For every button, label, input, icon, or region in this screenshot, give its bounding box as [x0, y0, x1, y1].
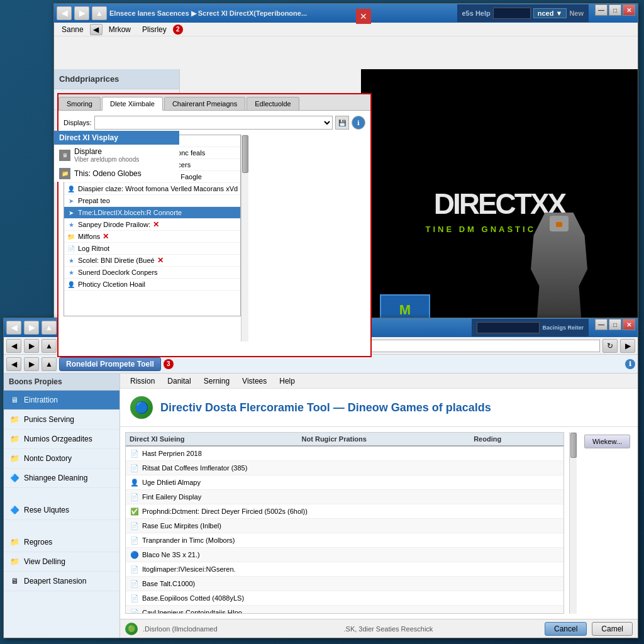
- sidebar-item-deapert[interactable]: 🖥 Deapert Stanesion: [4, 572, 119, 591]
- sidebar-item-regroes[interactable]: 📁 Regroes: [4, 533, 119, 552]
- row-col1-8: Itoglimaper:IVlesicei:NGseren.: [142, 565, 560, 573]
- search-input-top[interactable]: [493, 8, 531, 19]
- list-item-4[interactable]: 👤 Diaspier claze: Wroot fomona Verlled M…: [64, 183, 240, 195]
- monitor-icon-sidebar-2: 🖥: [9, 575, 20, 587]
- tab-dlete[interactable]: Dlete Xiimbale: [102, 97, 163, 111]
- view-btn-area: Wiekew...: [582, 432, 633, 614]
- bottom-nav-back[interactable]: ◀: [6, 339, 21, 353]
- table-row-7[interactable]: 🔵 Blaco Ne 3S x 21.): [126, 548, 564, 562]
- bottom-window: ◀ ▶ ▲ Exerente bvideer ▶ 1 Boolit ▶ ▶ Si…: [3, 318, 638, 638]
- table-row-9[interactable]: 📄 Base Talt.C1000): [126, 577, 564, 591]
- bottom-nav-up[interactable]: ▲: [42, 339, 57, 353]
- menu-danital[interactable]: Danital: [162, 375, 196, 387]
- table-row-5[interactable]: 📄 Rase Euc Mirpites (Inlbel): [126, 519, 564, 533]
- advanced-btn[interactable]: nced ▼: [533, 8, 567, 18]
- cancel-button-1[interactable]: Cancel: [545, 622, 587, 636]
- info-icon-bottom[interactable]: ℹ: [625, 359, 635, 369]
- table-row-3[interactable]: 📄 Fint Eailery Display: [126, 490, 564, 504]
- list-item-7[interactable]: ★ Sanpey Dirode Prailow: ✕: [64, 219, 240, 231]
- star-icon-2: ★: [67, 256, 75, 265]
- scrollbar-track[interactable]: [241, 135, 248, 341]
- table-row-2[interactable]: 👤 Uge Dhlieti Almapy: [126, 475, 564, 490]
- menu-vistees[interactable]: Vistees: [237, 375, 272, 387]
- tab-chairerant[interactable]: Chairerant Pmeiagns: [164, 97, 245, 110]
- table-row-6[interactable]: 📄 Tranprander in Timc (Molbors): [126, 533, 564, 548]
- sidebar-item-rese[interactable]: 🔷 Rese Ulqutes: [4, 501, 119, 520]
- toolbar-active-btn[interactable]: Roneldei Prompete Toell: [59, 357, 161, 371]
- list-item-12[interactable]: 👤 Photicy Clcetion Hoail: [64, 279, 240, 291]
- row-icon-3: 📄: [130, 492, 140, 502]
- dropdown-monitor-icon: 🖥: [59, 150, 70, 161]
- list-item-11[interactable]: ★ Sunerd Doeclork Conpers: [64, 267, 240, 279]
- dx-icon-btn-1[interactable]: 💾: [335, 116, 349, 130]
- minimize-btn-top[interactable]: —: [595, 4, 608, 16]
- table-row-0[interactable]: 📄 Hast Perprien 2018: [126, 447, 564, 461]
- table-row-8[interactable]: 📄 Itoglimaper:IVlesicei:NGseren.: [126, 562, 564, 577]
- menu-rission[interactable]: Rission: [125, 375, 160, 387]
- table-row-11[interactable]: 📄 CayUnenieus ContoiryItaiis HIpo: [126, 606, 564, 614]
- back-btn[interactable]: ◀: [57, 6, 72, 20]
- close-btn-top[interactable]: ✕: [623, 4, 635, 16]
- search-input-bottom[interactable]: [477, 322, 540, 333]
- row-icon-1: 📄: [130, 463, 140, 473]
- minimize-btn-bottom[interactable]: —: [595, 319, 608, 330]
- list-item-8[interactable]: 📁 Miffons ✕: [64, 231, 240, 243]
- maximize-btn-top[interactable]: □: [609, 4, 621, 16]
- list-item-6[interactable]: ➤ Tme:LDirectIX.bloceh:R Connorte: [64, 207, 240, 219]
- bottom-back-btn[interactable]: ◀: [6, 321, 21, 335]
- table-row-10[interactable]: 📄 Base.Eopiiloos Cotted (4088yLS): [126, 591, 564, 606]
- dropdown-odeno[interactable]: 📁 This: Odeno Globes: [54, 165, 179, 182]
- row-icon-11: 📄: [130, 608, 140, 614]
- close-btn-bottom[interactable]: ✕: [623, 319, 635, 330]
- folder-icon-sidebar-3: 📁: [9, 453, 20, 464]
- sidebar-label-rese: Rese Ulqutes: [24, 506, 69, 514]
- sidebar-item-view[interactable]: 📁 View Delling: [4, 552, 119, 572]
- bottom-toolbar-up[interactable]: ▲: [42, 357, 57, 371]
- close-icon-top[interactable]: ✕: [356, 9, 371, 24]
- bottom-go-btn[interactable]: ▶: [620, 339, 635, 353]
- main-header: 🔵 Directiv Dosta Flercoramie Tool — Dine…: [120, 389, 638, 427]
- menu-help[interactable]: Help: [274, 375, 300, 387]
- bottom-refresh-btn[interactable]: ↻: [602, 339, 618, 353]
- sidebar-item-numios[interactable]: 📁 Numios Orzgeadites: [4, 430, 119, 449]
- sidebar-item-punics[interactable]: 📁 Punics Serving: [4, 410, 119, 430]
- sidebar-item-eintrattion[interactable]: 🖥 Eintrattion: [4, 391, 119, 410]
- bottom-up-btn[interactable]: ▲: [42, 321, 57, 335]
- tab-edlectuolde[interactable]: Edlectuolde: [247, 97, 299, 110]
- arrow-icon-6: ➤: [67, 208, 75, 217]
- menu-serning[interactable]: Serning: [199, 375, 235, 387]
- bottom-nav-forward[interactable]: ▶: [24, 339, 39, 353]
- table-row-1[interactable]: 📄 Ritsat Dat Coffees Imflerator (385): [126, 461, 564, 475]
- table-row-4[interactable]: ✅ Prophndi:Dctment: Direct Deyer Fircied…: [126, 504, 564, 519]
- cancel-button-2[interactable]: Camel: [592, 622, 633, 636]
- list-item-5[interactable]: ➤ Prepat teo: [64, 195, 240, 207]
- bottom-content: Boons Propies 🖥 Eintrattion 📁 Punics Ser…: [4, 374, 638, 638]
- view-button[interactable]: Wiekew...: [584, 435, 630, 448]
- dx-display-select[interactable]: [94, 116, 333, 130]
- status-col1: .Disrloon (Ilmclodnamed: [143, 625, 338, 633]
- row-col1-6: Tranprander in Timc (Molbors): [142, 536, 560, 544]
- bottom-forward-btn[interactable]: ▶: [24, 321, 39, 335]
- sidebar-label-regroes: Regroes: [24, 538, 52, 547]
- up-btn[interactable]: ▲: [92, 6, 107, 20]
- sidebar-item-nontc[interactable]: 📁 Nontc Doxtory: [4, 449, 119, 469]
- forward-btn[interactable]: ▶: [74, 6, 89, 20]
- maximize-btn-bottom[interactable]: □: [609, 319, 621, 330]
- top-nav-back[interactable]: ◀: [90, 24, 103, 35]
- menu-plisrley[interactable]: Plisrley: [137, 24, 172, 35]
- bottom-scrollbar-track[interactable]: [569, 432, 577, 614]
- bottom-toolbar-forward[interactable]: ▶: [24, 357, 39, 371]
- tab-smoring[interactable]: Smoring: [58, 97, 101, 110]
- dx-icon-btn-2[interactable]: ℹ: [352, 116, 365, 130]
- list-item-10[interactable]: ★ Scolel: BNI Diretie (Bueé ✕: [64, 255, 240, 267]
- row-icon-0: 📄: [130, 448, 140, 458]
- dropdown-displare[interactable]: 🖥 Displare Viber areldupm ohoods: [54, 145, 179, 165]
- list-item-9[interactable]: 📄 Log Ritnot: [64, 243, 240, 255]
- bottom-toolbar-back[interactable]: ◀: [6, 357, 21, 371]
- sidebar-item-shiangee[interactable]: 🔷 Shiangee Dleaning: [4, 469, 119, 488]
- folder-icon-sidebar-2: 📁: [9, 433, 20, 445]
- menu-sanne[interactable]: Sanne: [57, 24, 89, 35]
- sidebar-spacer-2: [4, 520, 119, 533]
- top-window-title: Elnsece Ianes Sacences ▶ Screct XI Direc…: [109, 9, 307, 18]
- menu-mrkow[interactable]: Mrkow: [104, 24, 136, 35]
